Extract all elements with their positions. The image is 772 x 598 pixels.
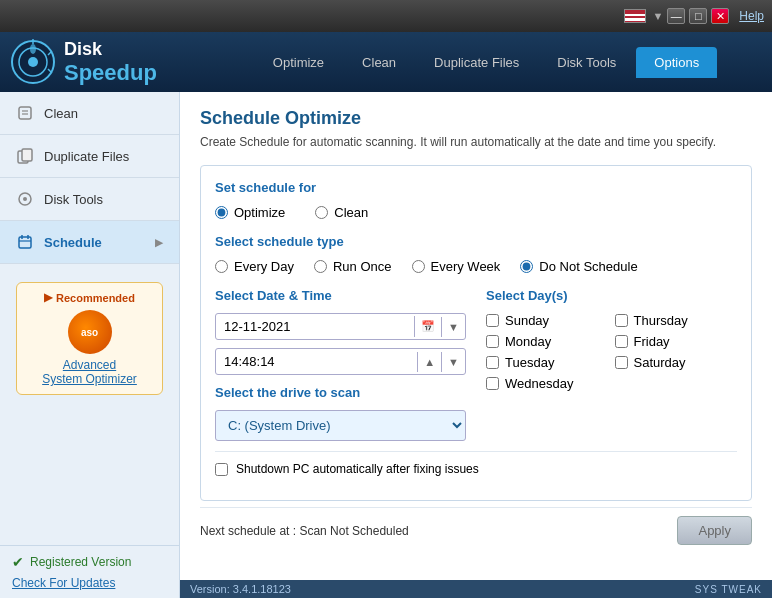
aso-logo: aso <box>68 310 112 354</box>
sidebar-item-duplicate-label: Duplicate Files <box>44 149 129 164</box>
tab-disk-tools[interactable]: Disk Tools <box>539 47 634 78</box>
select-type-label: Select schedule type <box>215 234 737 249</box>
radio-run-once[interactable]: Run Once <box>314 259 392 274</box>
sidebar-item-disk-tools[interactable]: Disk Tools <box>0 178 179 221</box>
svg-point-13 <box>23 197 27 201</box>
logo-disk: Disk <box>64 39 157 60</box>
check-circle-icon: ✔ <box>12 554 24 570</box>
brand-text: SYS TWEAK <box>695 584 762 595</box>
right-column: Select Day(s) Sunday Thursday <box>486 288 737 441</box>
page-description: Create Schedule for automatic scanning. … <box>200 135 752 149</box>
content-area: Schedule Optimize Create Schedule for au… <box>180 92 772 580</box>
sidebar-bottom: ✔ Registered Version Check For Updates <box>0 545 179 598</box>
shutdown-row: Shutdown PC automatically after fixing i… <box>215 451 737 486</box>
set-schedule-radio-group: Optimize Clean <box>215 205 737 220</box>
clean-icon <box>16 104 34 122</box>
day-saturday[interactable]: Saturday <box>615 355 738 370</box>
logo-area: Disk Speedup <box>10 39 210 86</box>
nav-tabs: Optimize Clean Duplicate Files Disk Tool… <box>210 47 762 78</box>
page-title: Schedule Optimize <box>200 108 752 129</box>
radio-do-not-schedule[interactable]: Do Not Schedule <box>520 259 637 274</box>
day-friday[interactable]: Friday <box>615 334 738 349</box>
maximize-button[interactable]: □ <box>689 8 707 24</box>
help-link[interactable]: Help <box>739 9 764 23</box>
date-dropdown-icon[interactable]: ▼ <box>441 317 465 337</box>
sidebar-item-schedule-label: Schedule <box>44 235 102 250</box>
radio-clean[interactable]: Clean <box>315 205 368 220</box>
apply-button[interactable]: Apply <box>677 516 752 545</box>
sidebar: Clean Duplicate Files Disk Tools Schedul… <box>0 92 180 598</box>
select-drive-label: Select the drive to scan <box>215 385 466 400</box>
close-button[interactable]: ✕ <box>711 8 729 24</box>
drive-select[interactable]: C: (System Drive) <box>215 410 466 441</box>
svg-rect-11 <box>22 149 32 161</box>
next-schedule: Next schedule at : Scan Not Scheduled <box>200 524 409 538</box>
radio-every-day[interactable]: Every Day <box>215 259 294 274</box>
schedule-icon <box>16 233 34 251</box>
duplicate-files-icon <box>16 147 34 165</box>
sidebar-item-schedule[interactable]: Schedule ▶ <box>0 221 179 264</box>
day-checkboxes: Sunday Thursday Monday <box>486 313 737 391</box>
version-bar: Version: 3.4.1.18123 SYS TWEAK <box>180 580 772 598</box>
date-picker-icon[interactable]: 📅 <box>414 316 441 337</box>
sidebar-item-disk-tools-label: Disk Tools <box>44 192 103 207</box>
app-logo-icon <box>10 39 56 85</box>
day-sunday[interactable]: Sunday <box>486 313 609 328</box>
main-layout: Clean Duplicate Files Disk Tools Schedul… <box>0 92 772 598</box>
logo-speedup: Speedup <box>64 60 157 86</box>
sidebar-item-clean-label: Clean <box>44 106 78 121</box>
svg-point-2 <box>28 57 38 67</box>
app-header: Disk Speedup Optimize Clean Duplicate Fi… <box>0 32 772 92</box>
recommended-label: ▶ Recommended <box>25 291 154 304</box>
svg-rect-7 <box>19 107 31 119</box>
aso-link[interactable]: Advanced System Optimizer <box>25 358 154 386</box>
date-days-columns: Select Date & Time 📅 ▼ ▲ ▼ Select the dr… <box>215 288 737 441</box>
svg-rect-14 <box>19 237 31 248</box>
date-time-label: Select Date & Time <box>215 288 466 303</box>
time-input[interactable] <box>216 349 417 374</box>
tab-options[interactable]: Options <box>636 47 717 78</box>
tab-duplicate-files[interactable]: Duplicate Files <box>416 47 537 78</box>
date-input[interactable] <box>216 314 414 339</box>
title-bar: ▼ — □ ✕ Help <box>0 0 772 32</box>
day-monday[interactable]: Monday <box>486 334 609 349</box>
logo-text: Disk Speedup <box>64 39 157 86</box>
registered-badge: ✔ Registered Version <box>12 554 167 570</box>
content-wrapper: Schedule Optimize Create Schedule for au… <box>180 92 772 598</box>
time-input-wrap: ▲ ▼ <box>215 348 466 375</box>
flag-icon <box>624 9 646 23</box>
day-tuesday[interactable]: Tuesday <box>486 355 609 370</box>
schedule-box: Set schedule for Optimize Clean Select s… <box>200 165 752 501</box>
schedule-arrow-icon: ▶ <box>155 237 163 248</box>
day-wednesday[interactable]: Wednesday <box>486 376 609 391</box>
bottom-bar: Next schedule at : Scan Not Scheduled Ap… <box>200 507 752 545</box>
time-down-icon[interactable]: ▼ <box>441 352 465 372</box>
version-text: Version: 3.4.1.18123 <box>190 583 291 595</box>
time-up-icon[interactable]: ▲ <box>417 352 441 372</box>
tab-optimize[interactable]: Optimize <box>255 47 342 78</box>
check-updates-link[interactable]: Check For Updates <box>12 576 167 590</box>
date-input-wrap: 📅 ▼ <box>215 313 466 340</box>
schedule-type-group: Every Day Run Once Every Week Do Not Sch… <box>215 259 737 274</box>
shutdown-label: Shutdown PC automatically after fixing i… <box>236 462 479 476</box>
left-column: Select Date & Time 📅 ▼ ▲ ▼ Select the dr… <box>215 288 466 441</box>
day-thursday[interactable]: Thursday <box>615 313 738 328</box>
sidebar-item-duplicate-files[interactable]: Duplicate Files <box>0 135 179 178</box>
radio-every-week[interactable]: Every Week <box>412 259 501 274</box>
radio-optimize[interactable]: Optimize <box>215 205 285 220</box>
sidebar-item-clean[interactable]: Clean <box>0 92 179 135</box>
minimize-button[interactable]: — <box>667 8 685 24</box>
shutdown-checkbox[interactable] <box>215 463 228 476</box>
recommended-box: ▶ Recommended aso Advanced System Optimi… <box>16 282 163 395</box>
tab-clean[interactable]: Clean <box>344 47 414 78</box>
svg-point-3 <box>30 44 36 54</box>
select-days-label: Select Day(s) <box>486 288 737 303</box>
disk-tools-icon <box>16 190 34 208</box>
set-schedule-label: Set schedule for <box>215 180 737 195</box>
